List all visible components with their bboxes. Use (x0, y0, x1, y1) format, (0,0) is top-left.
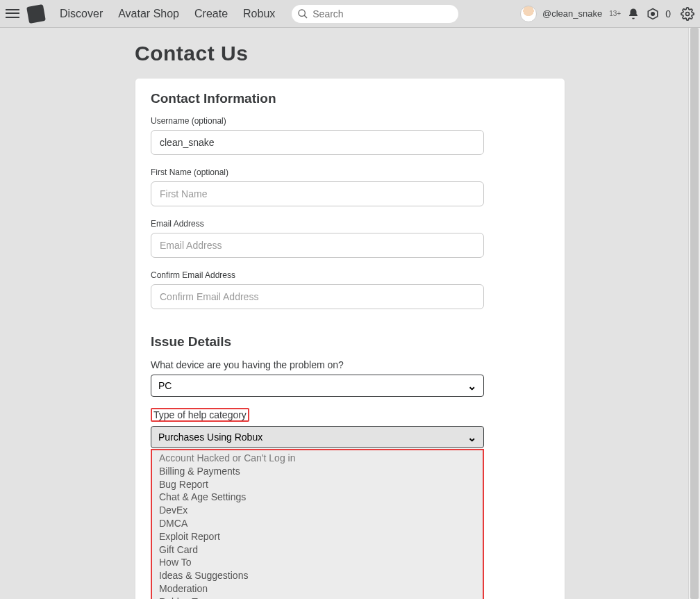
notifications-icon[interactable] (626, 7, 640, 21)
category-label-annotation: Type of help category (151, 408, 249, 422)
email-field[interactable] (151, 233, 484, 258)
nav-robux[interactable]: Robux (243, 8, 275, 20)
category-dropdown-list: Account Hacked or Can't Log inBilling & … (151, 449, 484, 599)
category-option[interactable]: Roblox Toys (152, 596, 483, 599)
email-field-label: Email Address (151, 219, 549, 229)
svg-point-0 (299, 10, 305, 16)
scrollbar-thumb[interactable] (690, 28, 699, 599)
firstname-field-label: First Name (optional) (151, 167, 549, 177)
username-field[interactable] (151, 130, 484, 155)
roblox-logo[interactable] (26, 4, 46, 24)
category-select[interactable]: Purchases Using Robux ⌄ (151, 426, 484, 448)
username-label[interactable]: @clean_snake (542, 8, 602, 19)
nav-create[interactable]: Create (194, 8, 228, 20)
username-field-label: Username (optional) (151, 116, 549, 126)
category-option[interactable]: Chat & Age Settings (152, 491, 483, 504)
svg-point-3 (651, 12, 655, 15)
category-option[interactable]: Gift Card (152, 543, 483, 557)
category-field-label: Type of help category (153, 409, 247, 420)
category-option[interactable]: Billing & Payments (152, 465, 483, 478)
firstname-field[interactable] (151, 181, 484, 206)
search-wrap (292, 5, 458, 23)
chevron-down-icon: ⌄ (467, 431, 476, 444)
top-navbar: Discover Avatar Shop Create Robux @clean… (0, 0, 700, 28)
category-select-value: Purchases Using Robux (158, 432, 262, 443)
page-title: Contact Us (135, 42, 565, 65)
settings-gear-icon[interactable] (681, 7, 694, 21)
device-select-value: PC (158, 380, 172, 391)
robux-count: 0 (665, 8, 671, 19)
age-tag: 13+ (609, 10, 621, 17)
category-option[interactable]: Ideas & Suggestions (152, 569, 483, 582)
contact-info-heading: Contact Information (151, 91, 549, 106)
search-icon (297, 8, 308, 19)
avatar[interactable] (520, 6, 537, 22)
device-field-label: What device are you having the problem o… (151, 359, 549, 370)
search-input[interactable] (292, 5, 458, 23)
category-option[interactable]: DevEx (152, 504, 483, 517)
category-option[interactable]: Moderation (152, 582, 483, 596)
category-option[interactable]: How To (152, 556, 483, 569)
nav-discover[interactable]: Discover (60, 8, 103, 20)
user-chunk: @clean_snake 13+ 0 (520, 6, 694, 22)
vertical-scrollbar[interactable]: ▲ (688, 28, 700, 599)
chevron-down-icon: ⌄ (467, 379, 476, 393)
nav-avatar-shop[interactable]: Avatar Shop (118, 8, 179, 20)
nav-links: Discover Avatar Shop Create Robux (60, 8, 275, 20)
contact-card: Contact Information Username (optional) … (135, 78, 565, 599)
issue-details-heading: Issue Details (151, 334, 549, 350)
confirm-email-field-label: Confirm Email Address (151, 270, 549, 280)
category-option[interactable]: Account Hacked or Can't Log in (152, 450, 483, 465)
page-body: Contact Us Contact Information Username … (0, 28, 700, 599)
device-select[interactable]: PC ⌄ (151, 375, 484, 397)
category-option[interactable]: DMCA (152, 517, 483, 530)
svg-line-1 (304, 15, 307, 18)
category-option[interactable]: Bug Report (152, 478, 483, 491)
svg-point-4 (686, 12, 690, 15)
confirm-email-field[interactable] (151, 284, 484, 309)
hamburger-menu-icon[interactable] (6, 7, 19, 21)
robux-icon[interactable] (646, 7, 660, 21)
category-option[interactable]: Exploit Report (152, 530, 483, 543)
